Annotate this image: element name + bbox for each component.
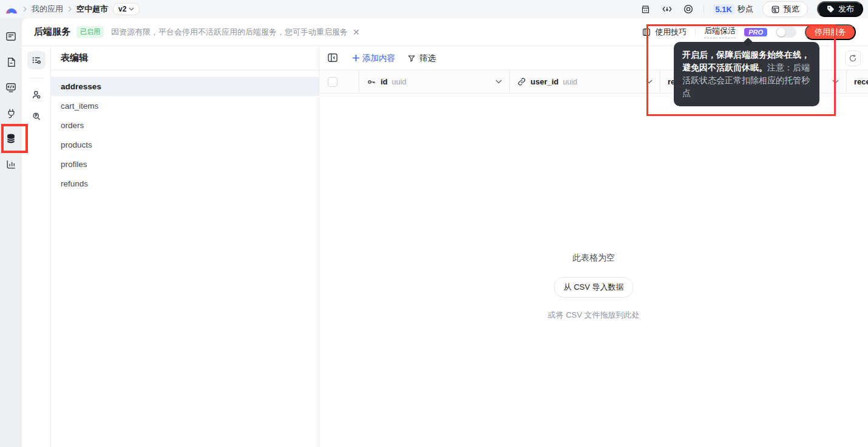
topbar: 我的应用 空中超市 v2 5.1K 秒点 — [0, 0, 868, 18]
file-icon[interactable] — [5, 56, 17, 68]
refresh-button[interactable] — [845, 50, 861, 66]
column-header-id[interactable]: id uuid — [359, 70, 510, 93]
status-badge: 已启用 — [76, 26, 104, 38]
breadcrumb-my-apps[interactable]: 我的应用 — [32, 4, 63, 15]
table-area: 添加内容 筛选 — [319, 46, 868, 447]
grid-body: 此表格为空 从 CSV 导入数据 或将 CSV 文件拖放到此处 — [319, 94, 868, 447]
primary-key-icon — [367, 77, 376, 87]
chevron-right-icon — [67, 6, 72, 12]
primary-sidebar — [0, 18, 22, 447]
plug-icon[interactable] — [5, 107, 17, 119]
users-icon[interactable] — [27, 86, 46, 104]
notice-text: 因资源有限，平台会停用不活跃应用的后端服务，您可手动重启服务 — [111, 27, 348, 38]
chevron-right-icon — [22, 6, 27, 12]
keepalive-label: 后端保活 — [704, 26, 736, 38]
magnifier-key-icon[interactable] — [27, 107, 46, 126]
publish-icon — [826, 5, 835, 13]
chevron-down-icon[interactable] — [832, 80, 839, 84]
browser-icon[interactable] — [5, 30, 17, 43]
divider — [29, 78, 44, 78]
tables-panel-title: 表编辑 — [61, 52, 88, 64]
divider — [704, 5, 704, 13]
secondary-sidebar — [22, 46, 51, 447]
divider — [695, 27, 696, 36]
database-icon[interactable] — [5, 132, 17, 145]
empty-state-hint: 或将 CSV 文件拖放到此处 — [548, 310, 640, 321]
toggle-knob — [777, 28, 785, 36]
preview-icon — [771, 5, 780, 14]
table-list-item-products[interactable]: products — [51, 135, 319, 154]
page-title: 后端服务 — [34, 26, 70, 38]
keepalive-toggle[interactable] — [776, 27, 796, 38]
filter-label: 筛选 — [419, 53, 436, 64]
target-icon[interactable] — [682, 3, 694, 15]
preview-button[interactable]: 预览 — [762, 1, 808, 17]
table-list-item-cart-items[interactable]: cart_items — [51, 96, 319, 115]
refresh-icon — [849, 54, 857, 63]
code-window-icon[interactable] — [5, 81, 17, 94]
empty-state: 此表格为空 从 CSV 导入数据 或将 CSV 文件拖放到此处 — [548, 253, 640, 321]
plus-icon — [352, 54, 360, 62]
publish-button[interactable]: 发布 — [817, 1, 863, 17]
filter-button[interactable]: 筛选 — [407, 53, 436, 64]
chevron-down-icon — [129, 7, 134, 11]
app-logo — [5, 4, 18, 15]
breadcrumb-app-name: 空中超市 — [76, 4, 108, 15]
keepalive-tooltip: 开启后，保障后端服务始终在线，避免因不活跃而休眠。注意：后端活跃状态会正常扣除相… — [674, 42, 819, 106]
close-icon[interactable]: ✕ — [353, 27, 360, 37]
chart-icon[interactable] — [5, 158, 17, 170]
chevron-down-icon[interactable] — [495, 80, 502, 84]
table-list: addresses cart_items orders products pro… — [51, 70, 319, 193]
version-dropdown[interactable]: v2 — [113, 3, 140, 15]
chevron-down-icon[interactable] — [646, 80, 653, 84]
column-header-user-id[interactable]: user_id uuid — [510, 70, 660, 93]
table-list-item-profiles[interactable]: profiles — [51, 154, 319, 174]
pro-badge: PRO — [744, 28, 767, 36]
publish-label: 发布 — [838, 4, 854, 15]
tables-panel-header: 表编辑 — [51, 46, 319, 70]
preview-label: 预览 — [784, 4, 799, 15]
credits-unit: 秒点 — [737, 4, 753, 15]
table-list-item-addresses[interactable]: addresses — [51, 77, 319, 96]
funnel-icon — [407, 54, 416, 63]
credits-value: 5.1K — [713, 4, 734, 15]
collapse-panel-icon[interactable] — [327, 52, 340, 65]
foreign-key-icon — [517, 77, 526, 86]
tips-icon — [642, 27, 651, 37]
import-csv-button[interactable]: 从 CSV 导入数据 — [554, 277, 634, 298]
empty-state-title: 此表格为空 — [548, 253, 640, 264]
tables-panel: 表编辑 addresses cart_items orders products… — [51, 46, 319, 447]
select-all-checkbox[interactable] — [328, 77, 337, 87]
table-list-item-orders[interactable]: orders — [51, 115, 319, 135]
grid-header-checkbox-cell — [319, 70, 359, 93]
storefront-icon[interactable] — [640, 3, 652, 15]
usage-tips-button[interactable]: 使用技巧 — [642, 27, 687, 38]
table-list-item-refunds[interactable]: refunds — [51, 174, 319, 193]
stop-service-button[interactable]: 停用服务 — [805, 24, 856, 40]
column-header-receiver[interactable]: receiver — [847, 70, 868, 93]
add-content-button[interactable]: 添加内容 — [352, 53, 395, 64]
code-download-icon[interactable] — [661, 3, 673, 15]
version-label: v2 — [118, 5, 126, 13]
add-content-label: 添加内容 — [362, 53, 395, 64]
usage-tips-label: 使用技巧 — [655, 27, 687, 38]
table-editor-icon[interactable] — [27, 51, 46, 69]
credits-counter: 5.1K 秒点 — [713, 4, 753, 15]
